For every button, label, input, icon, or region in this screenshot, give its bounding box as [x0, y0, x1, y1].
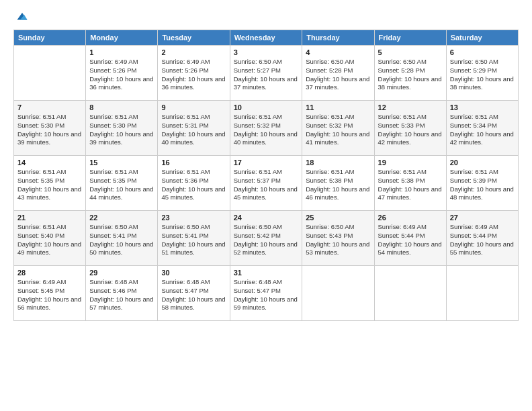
calendar-cell — [446, 266, 518, 321]
calendar-cell: 4Sunrise: 6:50 AMSunset: 5:28 PMDaylight… — [302, 46, 374, 101]
calendar-cell: 25Sunrise: 6:50 AMSunset: 5:43 PMDayligh… — [302, 211, 374, 266]
calendar-cell: 21Sunrise: 6:51 AMSunset: 5:40 PMDayligh… — [14, 211, 86, 266]
cell-day-number: 14 — [17, 158, 82, 167]
calendar-cell: 23Sunrise: 6:50 AMSunset: 5:41 PMDayligh… — [158, 211, 230, 266]
calendar-cell: 28Sunrise: 6:49 AMSunset: 5:45 PMDayligh… — [14, 266, 86, 321]
cell-info: Sunrise: 6:50 AMSunset: 5:29 PMDaylight:… — [450, 58, 515, 92]
cell-day-number: 25 — [306, 214, 370, 222]
cell-info: Sunrise: 6:49 AMSunset: 5:44 PMDaylight:… — [450, 223, 515, 257]
calendar-cell: 5Sunrise: 6:50 AMSunset: 5:28 PMDaylight… — [374, 46, 446, 101]
calendar-cell: 10Sunrise: 6:51 AMSunset: 5:32 PMDayligh… — [230, 101, 302, 156]
calendar-cell: 17Sunrise: 6:51 AMSunset: 5:37 PMDayligh… — [230, 156, 302, 211]
cell-day-number: 18 — [306, 158, 370, 167]
cell-info: Sunrise: 6:51 AMSunset: 5:38 PMDaylight:… — [306, 168, 370, 202]
calendar-week-row: 21Sunrise: 6:51 AMSunset: 5:40 PMDayligh… — [14, 211, 519, 266]
calendar-week-row: 1Sunrise: 6:49 AMSunset: 5:26 PMDaylight… — [14, 46, 519, 101]
logo — [13, 11, 28, 23]
calendar-header-monday: Monday — [86, 30, 158, 46]
cell-info: Sunrise: 6:49 AMSunset: 5:44 PMDaylight:… — [378, 223, 443, 257]
calendar-cell: 14Sunrise: 6:51 AMSunset: 5:35 PMDayligh… — [14, 156, 86, 211]
cell-info: Sunrise: 6:51 AMSunset: 5:30 PMDaylight:… — [89, 113, 154, 147]
cell-day-number: 8 — [89, 103, 154, 111]
calendar-cell: 18Sunrise: 6:51 AMSunset: 5:38 PMDayligh… — [302, 156, 374, 211]
cell-day-number: 24 — [234, 214, 299, 222]
cell-info: Sunrise: 6:49 AMSunset: 5:45 PMDaylight:… — [17, 278, 82, 312]
calendar-cell: 11Sunrise: 6:51 AMSunset: 5:32 PMDayligh… — [302, 101, 374, 156]
cell-info: Sunrise: 6:51 AMSunset: 5:33 PMDaylight:… — [378, 113, 443, 147]
logo-icon — [16, 11, 28, 23]
cell-day-number: 13 — [450, 103, 515, 111]
cell-info: Sunrise: 6:51 AMSunset: 5:32 PMDaylight:… — [234, 113, 299, 147]
cell-info: Sunrise: 6:51 AMSunset: 5:36 PMDaylight:… — [161, 168, 226, 202]
calendar-cell: 13Sunrise: 6:51 AMSunset: 5:34 PMDayligh… — [446, 101, 518, 156]
calendar-cell — [374, 266, 446, 321]
cell-info: Sunrise: 6:51 AMSunset: 5:37 PMDaylight:… — [234, 168, 299, 202]
calendar-cell: 2Sunrise: 6:49 AMSunset: 5:26 PMDaylight… — [158, 46, 230, 101]
cell-day-number: 11 — [306, 103, 370, 111]
calendar-cell — [302, 266, 374, 321]
calendar-table: SundayMondayTuesdayWednesdayThursdayFrid… — [13, 30, 519, 321]
cell-day-number: 31 — [234, 269, 299, 277]
cell-info: Sunrise: 6:51 AMSunset: 5:38 PMDaylight:… — [378, 168, 443, 202]
calendar-header-wednesday: Wednesday — [230, 30, 302, 46]
calendar-header-saturday: Saturday — [446, 30, 518, 46]
cell-info: Sunrise: 6:50 AMSunset: 5:28 PMDaylight:… — [306, 58, 370, 92]
calendar-cell: 30Sunrise: 6:48 AMSunset: 5:47 PMDayligh… — [158, 266, 230, 321]
calendar-cell: 6Sunrise: 6:50 AMSunset: 5:29 PMDaylight… — [446, 46, 518, 101]
calendar-cell: 16Sunrise: 6:51 AMSunset: 5:36 PMDayligh… — [158, 156, 230, 211]
calendar-cell: 12Sunrise: 6:51 AMSunset: 5:33 PMDayligh… — [374, 101, 446, 156]
calendar-week-row: 7Sunrise: 6:51 AMSunset: 5:30 PMDaylight… — [14, 101, 519, 156]
cell-day-number: 17 — [234, 158, 299, 167]
cell-day-number: 10 — [234, 103, 299, 111]
cell-info: Sunrise: 6:51 AMSunset: 5:31 PMDaylight:… — [161, 113, 226, 147]
calendar-cell: 15Sunrise: 6:51 AMSunset: 5:35 PMDayligh… — [86, 156, 158, 211]
cell-day-number: 15 — [89, 158, 154, 167]
calendar-cell: 9Sunrise: 6:51 AMSunset: 5:31 PMDaylight… — [158, 101, 230, 156]
cell-info: Sunrise: 6:51 AMSunset: 5:39 PMDaylight:… — [450, 168, 515, 202]
cell-info: Sunrise: 6:51 AMSunset: 5:32 PMDaylight:… — [306, 113, 370, 147]
cell-day-number: 21 — [17, 214, 82, 222]
calendar-cell: 31Sunrise: 6:48 AMSunset: 5:47 PMDayligh… — [230, 266, 302, 321]
cell-day-number: 30 — [161, 269, 226, 277]
cell-info: Sunrise: 6:51 AMSunset: 5:40 PMDaylight:… — [17, 223, 82, 257]
cell-day-number: 22 — [89, 214, 154, 222]
calendar-cell: 29Sunrise: 6:48 AMSunset: 5:46 PMDayligh… — [86, 266, 158, 321]
calendar-header-thursday: Thursday — [302, 30, 374, 46]
calendar-header-friday: Friday — [374, 30, 446, 46]
cell-info: Sunrise: 6:48 AMSunset: 5:46 PMDaylight:… — [89, 278, 154, 312]
calendar-header-row: SundayMondayTuesdayWednesdayThursdayFrid… — [14, 30, 519, 46]
cell-info: Sunrise: 6:49 AMSunset: 5:26 PMDaylight:… — [89, 58, 154, 92]
cell-day-number: 5 — [378, 48, 443, 56]
cell-day-number: 28 — [17, 269, 82, 277]
cell-info: Sunrise: 6:50 AMSunset: 5:43 PMDaylight:… — [306, 223, 370, 257]
cell-day-number: 7 — [17, 103, 82, 111]
cell-day-number: 2 — [161, 48, 226, 56]
cell-day-number: 6 — [450, 48, 515, 56]
cell-day-number: 16 — [161, 158, 226, 167]
cell-info: Sunrise: 6:51 AMSunset: 5:34 PMDaylight:… — [450, 113, 515, 147]
cell-day-number: 27 — [450, 214, 515, 222]
cell-day-number: 9 — [161, 103, 226, 111]
cell-day-number: 29 — [89, 269, 154, 277]
calendar-cell: 19Sunrise: 6:51 AMSunset: 5:38 PMDayligh… — [374, 156, 446, 211]
cell-info: Sunrise: 6:50 AMSunset: 5:41 PMDaylight:… — [161, 223, 226, 257]
calendar-cell: 1Sunrise: 6:49 AMSunset: 5:26 PMDaylight… — [86, 46, 158, 101]
calendar-cell: 3Sunrise: 6:50 AMSunset: 5:27 PMDaylight… — [230, 46, 302, 101]
calendar-cell — [14, 46, 86, 101]
cell-info: Sunrise: 6:48 AMSunset: 5:47 PMDaylight:… — [161, 278, 226, 312]
calendar-cell: 22Sunrise: 6:50 AMSunset: 5:41 PMDayligh… — [86, 211, 158, 266]
cell-info: Sunrise: 6:51 AMSunset: 5:35 PMDaylight:… — [17, 168, 82, 202]
calendar-week-row: 14Sunrise: 6:51 AMSunset: 5:35 PMDayligh… — [14, 156, 519, 211]
calendar-header-tuesday: Tuesday — [158, 30, 230, 46]
cell-day-number: 3 — [234, 48, 299, 56]
cell-info: Sunrise: 6:48 AMSunset: 5:47 PMDaylight:… — [234, 278, 299, 312]
cell-day-number: 12 — [378, 103, 443, 111]
cell-day-number: 20 — [450, 158, 515, 167]
cell-info: Sunrise: 6:50 AMSunset: 5:28 PMDaylight:… — [378, 58, 443, 92]
header — [13, 11, 519, 23]
cell-info: Sunrise: 6:49 AMSunset: 5:26 PMDaylight:… — [161, 58, 226, 92]
cell-info: Sunrise: 6:50 AMSunset: 5:42 PMDaylight:… — [234, 223, 299, 257]
calendar-header-sunday: Sunday — [14, 30, 86, 46]
calendar-cell: 26Sunrise: 6:49 AMSunset: 5:44 PMDayligh… — [374, 211, 446, 266]
calendar-cell: 8Sunrise: 6:51 AMSunset: 5:30 PMDaylight… — [86, 101, 158, 156]
